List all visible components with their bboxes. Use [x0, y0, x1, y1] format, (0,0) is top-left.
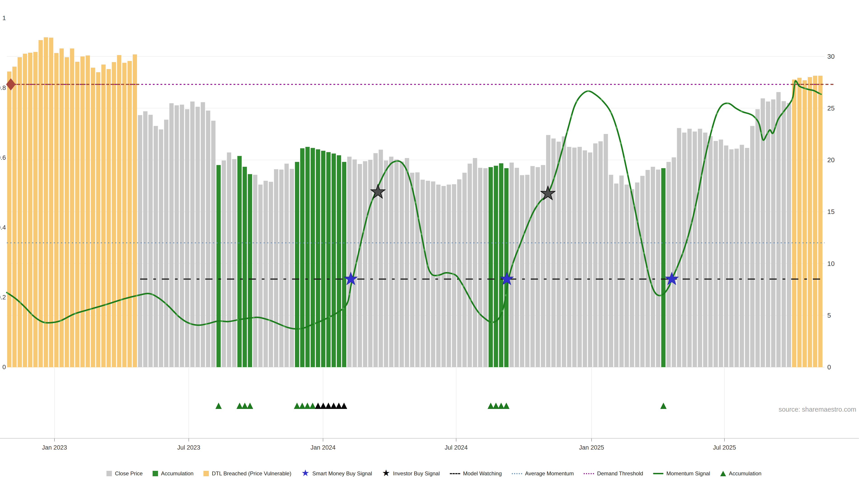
bar-close-price — [677, 128, 681, 367]
bar-close-price — [284, 164, 289, 367]
bar-accumulation — [504, 168, 508, 367]
bar-close-price — [729, 149, 734, 367]
right-axis-label: 20 — [827, 156, 835, 164]
accumulation-triangle-icon — [503, 402, 509, 409]
bar-close-price — [724, 145, 728, 367]
bar-close-price — [164, 120, 168, 367]
bar-close-price — [714, 141, 718, 367]
legend: Close PriceAccumulationDTL Breached (Pri… — [0, 470, 868, 477]
bar-dtl-breached — [117, 55, 121, 367]
bar-close-price — [206, 110, 210, 367]
bar-close-price — [478, 168, 483, 367]
bar-close-price — [546, 135, 550, 367]
legend-label: Accumulation — [161, 470, 193, 477]
accumulation-triangle-icon — [215, 402, 222, 409]
bar-dtl-breached — [65, 57, 69, 367]
bar-accumulation — [295, 162, 299, 367]
bar-close-price — [536, 167, 540, 367]
x-axis: Jan 2023Jul 2023Jan 2024Jul 2024Jan 2025… — [0, 368, 859, 451]
bar-dtl-breached — [81, 57, 85, 367]
x-tick-label: Jul 2025 — [713, 444, 736, 451]
bar-close-price — [520, 175, 524, 367]
right-axis-label: 5 — [827, 312, 831, 319]
accumulation-triangle-icon — [660, 402, 666, 409]
dtl-breached-swatch-icon — [204, 471, 209, 476]
bar-close-price — [363, 161, 367, 367]
bar-close-price — [656, 170, 660, 367]
bar-accumulation — [494, 166, 498, 367]
bar-close-price — [619, 175, 624, 367]
legend-item-average-momentum: Average Momentum — [512, 470, 574, 477]
legend-label: DTL Breached (Price Vulnerable) — [212, 470, 291, 477]
bar-dtl-breached — [28, 53, 32, 367]
bar-close-price — [227, 153, 231, 367]
bar-close-price — [588, 153, 592, 367]
bar-close-price — [279, 170, 283, 367]
bar-dtl-breached — [91, 68, 95, 367]
accumulation-triangle-black-icon — [336, 402, 342, 409]
bar-accumulation — [342, 162, 346, 367]
bar-dtl-breached — [797, 78, 802, 367]
bar-close-price — [698, 129, 702, 367]
bar-close-price — [567, 147, 571, 367]
legend-item-model-watching: Model Watching — [450, 470, 502, 477]
bar-close-price — [264, 181, 268, 367]
left-axis-label: 0.8 — [0, 84, 6, 91]
close-price-swatch-icon — [106, 471, 112, 476]
bar-close-price — [672, 157, 676, 367]
bar-close-price — [395, 160, 399, 367]
bar-close-price — [782, 101, 786, 367]
bar-dtl-breached — [75, 62, 79, 367]
bar-close-price — [232, 159, 237, 367]
legend-label: Smart Money Buy Signal — [312, 470, 372, 477]
bar-close-price — [347, 157, 351, 367]
bar-accumulation — [661, 168, 665, 367]
accumulation-triangle-icon — [242, 402, 248, 409]
bar-close-price — [750, 126, 754, 367]
momentum-signal-swatch-icon — [653, 473, 663, 474]
left-axis-label: 0.2 — [0, 294, 6, 301]
bar-close-price — [180, 105, 184, 367]
right-axis-label: 30 — [827, 53, 835, 60]
bar-close-price — [410, 173, 414, 367]
bar-close-price — [771, 99, 775, 367]
model-watching-swatch-icon — [450, 473, 460, 474]
bar-accumulation — [337, 155, 341, 367]
bar-close-price — [766, 101, 770, 367]
bar-close-price — [525, 175, 529, 367]
bar-close-price — [253, 175, 257, 367]
accumulation-triangle-icon — [493, 402, 499, 409]
bar-close-price — [583, 151, 587, 367]
bar-close-price — [740, 145, 744, 367]
bar-close-price — [426, 181, 430, 367]
bar-close-price — [211, 121, 215, 367]
bar-close-price — [708, 136, 713, 367]
bar-dtl-breached — [86, 55, 90, 367]
bar-dtl-breached — [808, 77, 812, 367]
bar-dtl-breached — [18, 57, 22, 367]
smart-money-buy-signal-swatch-icon: ★ — [301, 470, 309, 476]
legend-item-close-price: Close Price — [106, 470, 143, 477]
bar-close-price — [159, 129, 163, 367]
accumulation-triangle-black-icon — [320, 402, 327, 409]
legend-item-accumulation: Accumulation — [153, 470, 193, 477]
bar-close-price — [530, 166, 535, 367]
legend-label: Accumulation — [729, 470, 762, 477]
bar-dtl-breached — [23, 54, 27, 367]
bar-close-price — [625, 185, 629, 367]
bar-dtl-breached — [33, 52, 37, 367]
bar-close-price — [755, 109, 760, 367]
bar-close-price — [483, 168, 488, 367]
bar-close-price — [651, 167, 655, 367]
x-tick-label: Jul 2023 — [177, 444, 200, 451]
bar-close-price — [143, 111, 147, 367]
bar-dtl-breached — [127, 61, 132, 367]
bar-close-price — [515, 168, 519, 367]
accumulation-triangle-icon — [304, 402, 311, 409]
accumulation-triangle-icon — [247, 402, 253, 409]
legend-label: Momentum Signal — [666, 470, 710, 477]
left-axis-label: 0.4 — [0, 224, 6, 231]
bar-accumulation — [499, 163, 503, 367]
accumulation-triangle-icon — [294, 402, 300, 409]
bar-close-price — [185, 109, 189, 367]
